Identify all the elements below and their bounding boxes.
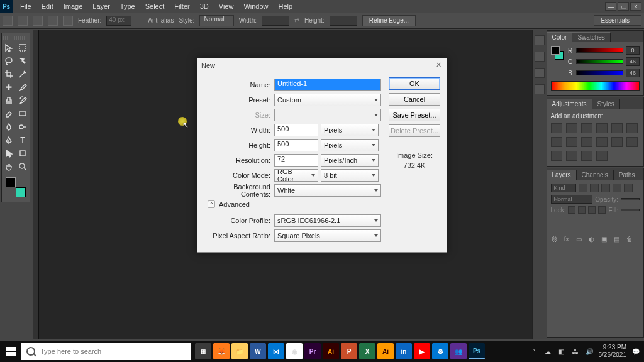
blur-tool[interactable] [3, 121, 14, 133]
illustrator-icon[interactable]: Ai [323, 343, 339, 359]
filter-type-icon[interactable] [601, 184, 610, 192]
menu-view[interactable]: View [215, 1, 238, 11]
menu-select[interactable]: Select [142, 1, 169, 11]
pen-tool[interactable] [3, 134, 14, 146]
panel-grip[interactable] [3, 36, 28, 40]
adj-gradient-map-icon[interactable] [581, 151, 592, 161]
teams-icon[interactable]: 👥 [450, 343, 467, 359]
eraser-tool[interactable] [3, 108, 14, 119]
color-depth-select[interactable]: 8 bit [321, 169, 379, 182]
adj-levels-icon[interactable] [566, 123, 577, 133]
illustrator2-icon[interactable]: Ai [377, 343, 394, 359]
hand-tool[interactable] [3, 161, 14, 172]
type-tool[interactable]: T [17, 134, 28, 146]
ok-button[interactable]: OK [389, 77, 440, 90]
dialog-close-icon[interactable]: ✕ [434, 61, 443, 70]
name-input[interactable]: Untitled-1 [274, 79, 381, 91]
cancel-button[interactable]: Cancel [389, 93, 440, 106]
refine-edge-button[interactable]: Refine Edge... [362, 15, 416, 26]
lock-all-icon[interactable] [598, 206, 606, 214]
tray-network-icon[interactable]: 🖧 [571, 347, 580, 356]
resolution-unit-select[interactable]: Pixels/Inch [321, 154, 379, 167]
settings-icon[interactable]: ⚙ [432, 343, 448, 359]
tray-overflow-icon[interactable]: ˄ [530, 347, 538, 356]
minimize-button[interactable]: — [605, 2, 616, 11]
adj-lookup-icon[interactable] [611, 137, 623, 147]
slider-g[interactable]: G 46 [567, 57, 640, 66]
width-unit-select[interactable]: Pixels [321, 124, 379, 136]
menu-file[interactable]: File [16, 1, 35, 11]
width-input[interactable]: 500 [274, 124, 318, 136]
menu-window[interactable]: Window [240, 1, 272, 11]
layer-group-icon[interactable]: ▣ [600, 236, 609, 243]
color-profile-select[interactable]: sRGB IEC61966-2.1 [274, 214, 381, 227]
save-preset-button[interactable]: Save Preset... [389, 109, 440, 121]
add-selection-icon[interactable] [33, 16, 43, 26]
start-button[interactable] [0, 341, 21, 362]
opt-height-input[interactable] [330, 16, 357, 26]
task-view-icon[interactable]: ⊞ [195, 343, 211, 359]
resolution-input[interactable]: 72 [274, 154, 318, 167]
adj-hue-icon[interactable] [626, 123, 638, 133]
filter-shape-icon[interactable] [613, 184, 621, 192]
tray-volume-icon[interactable]: 🔊 [585, 347, 594, 356]
file-explorer-icon[interactable]: 📁 [231, 343, 248, 359]
move-tool[interactable] [3, 42, 14, 53]
slider-b[interactable]: B 46 [567, 69, 640, 77]
new-layer-icon[interactable]: ▤ [613, 236, 621, 243]
tab-adjustments[interactable]: Adjustments [547, 99, 592, 109]
history-panel-icon[interactable] [535, 35, 545, 45]
zoom-tool[interactable] [17, 161, 28, 172]
maximize-button[interactable]: ▭ [618, 2, 629, 11]
adj-curves-icon[interactable] [581, 123, 592, 133]
slider-r[interactable]: R 0 [567, 46, 640, 55]
youtube-icon[interactable]: ▶ [414, 343, 430, 359]
blend-mode-select[interactable]: Normal [551, 195, 593, 204]
shape-tool[interactable] [17, 148, 28, 159]
gradient-tool[interactable] [17, 108, 28, 119]
bg-contents-select[interactable]: White [274, 184, 381, 197]
menu-3d[interactable]: 3D [196, 1, 213, 11]
color-swatch[interactable] [6, 177, 26, 197]
dodge-tool[interactable] [17, 121, 28, 133]
path-select-tool[interactable] [3, 148, 14, 159]
menu-type[interactable]: Type [116, 1, 139, 11]
tab-channels[interactable]: Channels [577, 170, 614, 180]
color-mode-select[interactable]: RGB Color [274, 169, 318, 182]
photoshop-taskbar-icon[interactable]: Ps [469, 343, 485, 359]
new-selection-icon[interactable] [18, 16, 28, 26]
dialog-titlebar[interactable]: New ✕ [197, 58, 447, 72]
lock-position-icon[interactable] [588, 206, 596, 214]
layer-mask-icon[interactable]: ▭ [575, 236, 584, 243]
menu-edit[interactable]: Edit [38, 1, 57, 11]
style-select[interactable]: Normal [199, 15, 233, 26]
taskbar-search[interactable]: Type here to search [21, 343, 191, 360]
vscode-icon[interactable]: ⋈ [268, 343, 284, 359]
pixel-aspect-select[interactable]: Square Pixels [274, 229, 381, 242]
fill-input[interactable] [621, 209, 640, 211]
layer-filter-kind[interactable]: Kind [551, 184, 576, 192]
adj-bw-icon[interactable] [566, 137, 577, 147]
filter-adjust-icon[interactable] [590, 184, 599, 192]
adj-balance-icon[interactable] [551, 137, 562, 147]
menu-layer[interactable]: Layer [89, 1, 114, 11]
menu-image[interactable]: Image [60, 1, 87, 11]
color-spectrum[interactable] [551, 81, 640, 91]
chrome-icon[interactable]: ◉ [286, 343, 303, 359]
marquee-tool[interactable] [17, 42, 28, 53]
premiere-icon[interactable]: Pr [304, 343, 321, 359]
adjustment-layer-icon[interactable]: ◐ [587, 236, 596, 243]
filter-pixel-icon[interactable] [579, 184, 587, 192]
properties-panel-icon[interactable] [535, 52, 545, 62]
opt-width-input[interactable] [262, 16, 289, 26]
lasso-tool[interactable] [3, 55, 14, 67]
adj-invert-icon[interactable] [626, 137, 638, 147]
workspace-select[interactable]: Essentials [594, 15, 641, 26]
menu-help[interactable]: Help [275, 1, 297, 11]
quick-select-tool[interactable] [17, 55, 28, 67]
tab-styles[interactable]: Styles [592, 99, 620, 109]
adj-channel-mixer-icon[interactable] [596, 137, 608, 147]
advanced-toggle[interactable]: ⌃ Advanced [208, 200, 382, 208]
powerpoint-icon[interactable]: P [341, 343, 357, 359]
tool-preset-icon[interactable] [3, 16, 13, 26]
